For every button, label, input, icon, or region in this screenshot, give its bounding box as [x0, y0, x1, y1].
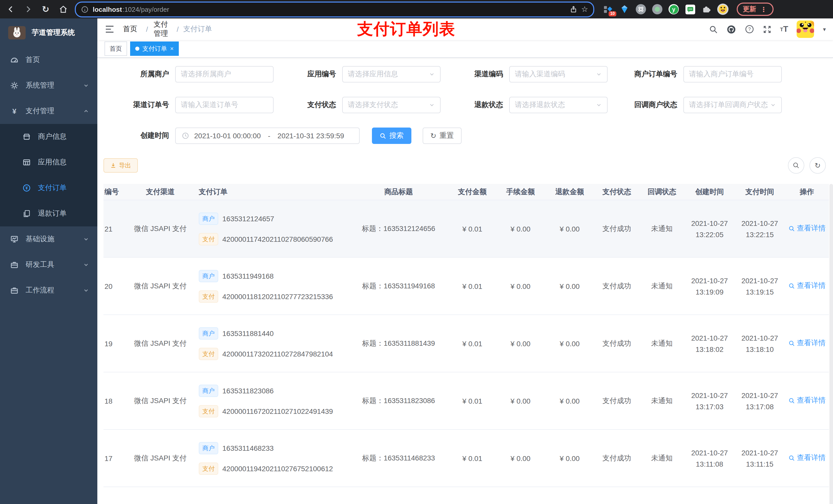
reset-button[interactable]: ↻ 重置	[423, 127, 461, 144]
pay-date: 2021-10-27	[735, 447, 785, 458]
pay-order-no: 4200001173202110272847982104	[222, 350, 333, 358]
channel-code-select[interactable]: 请输入渠道编码	[509, 66, 608, 82]
sidebar-item-label: 研发工具	[26, 260, 76, 269]
refund-status-select[interactable]: 请选择退款状态	[509, 97, 608, 113]
view-detail-label: 查看详情	[797, 282, 826, 291]
extension-icon-2[interactable]	[619, 4, 630, 15]
extension-icon-3[interactable]	[635, 4, 646, 15]
profile-emoji-icon[interactable]	[717, 4, 729, 15]
notify-status-select[interactable]: 请选择订单回调商户状态	[684, 97, 782, 113]
browser-home-icon[interactable]	[57, 4, 69, 15]
pay-status-select[interactable]: 请选择支付状态	[342, 97, 441, 113]
app-select[interactable]: 请选择应用信息	[342, 66, 441, 82]
store-icon	[23, 133, 31, 141]
avatar-caret-icon[interactable]: ▾	[823, 26, 826, 32]
cell-refund: ¥ 0.00	[545, 224, 594, 233]
breadcrumb-separator: /	[177, 25, 179, 33]
tab-pay-order[interactable]: 支付订单 ×	[130, 42, 179, 56]
view-detail-link[interactable]: 查看详情	[788, 396, 826, 405]
cell-title: 标题：1635311881439	[348, 339, 449, 348]
fullscreen-icon[interactable]	[763, 25, 771, 33]
extension-icon-1[interactable]: 10	[602, 4, 614, 15]
browser-menu-icon[interactable]: ⋮	[760, 5, 767, 13]
sidebar-item-label: 首页	[26, 55, 89, 65]
extension-icon-4[interactable]	[652, 4, 663, 15]
sidebar-item-app-info[interactable]: 应用信息	[0, 149, 97, 175]
font-size-icon[interactable]: TT	[780, 25, 788, 34]
filter-label: 渠道编码	[441, 70, 509, 79]
bookmark-star-icon[interactable]: ☆	[581, 5, 588, 14]
breadcrumb-home[interactable]: 首页	[122, 25, 141, 34]
view-detail-link[interactable]: 查看详情	[788, 224, 826, 233]
tab-close-icon[interactable]: ×	[170, 45, 174, 52]
monitor-chart-icon	[10, 235, 19, 243]
search-icon	[380, 133, 386, 139]
extension-icon-6[interactable]	[685, 4, 696, 15]
sidebar-item-dev-tools[interactable]: 研发工具	[0, 252, 97, 278]
search-button[interactable]: 搜索	[372, 127, 411, 144]
sidebar-item-pay-order[interactable]: ¥ 支付订单	[0, 175, 97, 201]
sidebar-item-label: 支付管理	[26, 106, 76, 116]
extensions-puzzle-icon[interactable]	[701, 4, 712, 15]
filter-label: 所属商户	[103, 70, 175, 79]
pay-time: 13:22:15	[735, 229, 785, 240]
filter-label: 支付状态	[273, 100, 342, 110]
sidebar-toggle-icon[interactable]	[97, 24, 122, 34]
chevron-down-icon	[429, 71, 435, 77]
cell-order: 商户 1635311949168 支付 42000011812021102777…	[199, 270, 348, 303]
sidebar-item-label: 工作流程	[26, 286, 76, 295]
reset-button-label: 重置	[439, 131, 454, 140]
browser-forward-icon[interactable]	[23, 4, 34, 15]
view-detail-link[interactable]: 查看详情	[788, 282, 826, 291]
sidebar-item-system[interactable]: 系统管理	[0, 73, 97, 98]
sidebar-item-home[interactable]: 首页	[0, 47, 97, 73]
view-detail-link[interactable]: 查看详情	[788, 454, 826, 463]
extension-icon-5[interactable]: y	[668, 4, 679, 15]
yen-icon: ¥	[10, 107, 19, 115]
github-icon[interactable]	[726, 24, 736, 34]
copy-document-icon	[23, 210, 31, 218]
merchant-order-no-input[interactable]: 请输入商户订单编号	[684, 66, 782, 82]
site-info-icon[interactable]	[81, 5, 89, 13]
address-bar[interactable]: localhost :1024/pay/order ☆	[75, 1, 594, 17]
browser-update-button[interactable]: 更新 ⋮	[737, 3, 774, 16]
merchant-order-no: 1635311949168	[222, 272, 273, 280]
column-header: 手续金额	[496, 187, 545, 196]
channel-order-no-input[interactable]: 请输入渠道订单号	[175, 97, 273, 113]
filter-app: 应用编号 请选择应用信息	[273, 66, 441, 82]
cell-actions: 查看详情	[785, 282, 829, 291]
chevron-down-icon	[429, 102, 435, 108]
create-date: 2021-10-27	[685, 389, 735, 401]
refresh-table-button[interactable]: ↻	[809, 157, 826, 174]
chevron-down-icon	[596, 71, 602, 77]
browser-reload-icon[interactable]: ↻	[40, 4, 51, 15]
create-time-range-input[interactable]: 2021-10-01 00:00:00 - 2021-10-31 23:59:5…	[175, 127, 360, 144]
browser-back-icon[interactable]	[5, 4, 16, 15]
view-detail-link[interactable]: 查看详情	[788, 339, 826, 348]
table-scrollbar[interactable]	[829, 184, 833, 504]
filter-row-2: 渠道订单号 请输入渠道订单号 支付状态 请选择支付状态 退款状态 请选择	[103, 97, 833, 113]
breadcrumb-section[interactable]: 支付管理	[153, 20, 172, 39]
show-search-button[interactable]	[788, 157, 804, 174]
create-date: 2021-10-27	[685, 447, 735, 458]
user-avatar[interactable]	[797, 21, 814, 38]
search-icon[interactable]	[709, 25, 717, 33]
sidebar-item-infrastructure[interactable]: 基础设施	[0, 226, 97, 252]
sidebar-item-refund-order[interactable]: 退款订单	[0, 201, 97, 226]
refresh-icon: ↻	[430, 131, 436, 140]
help-icon[interactable]: ?	[745, 25, 754, 34]
sidebar-item-workflow[interactable]: 工作流程	[0, 278, 97, 303]
sidebar-item-payment[interactable]: ¥ 支付管理	[0, 98, 97, 124]
merchant-order-no: 1635311468233	[222, 444, 273, 452]
tab-home[interactable]: 首页	[104, 42, 127, 56]
share-icon[interactable]	[569, 5, 577, 13]
merchant-select[interactable]: 请选择所属商户	[175, 66, 273, 82]
extension-badge: 10	[609, 11, 616, 16]
search-button-label: 搜索	[389, 131, 404, 140]
cell-title: 标题：1635311823086	[348, 396, 449, 405]
export-button[interactable]: 导出	[103, 158, 138, 173]
filter-label: 退款状态	[441, 100, 509, 110]
range-start-value: 2021-10-01 00:00:00	[194, 131, 261, 140]
table-header: 编号 支付渠道 支付订单 商品标题 支付金额 手续金额 退款金额 支付状态 回调…	[103, 184, 829, 200]
sidebar-item-merchant-info[interactable]: 商户信息	[0, 124, 97, 149]
